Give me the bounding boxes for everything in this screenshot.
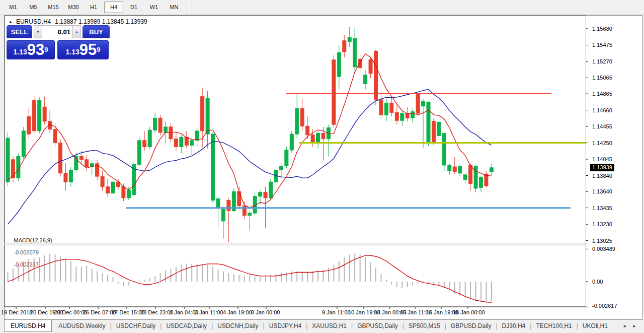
tab-audusd-weekly-1[interactable]: AUDUSD,Weekly [54, 320, 110, 332]
buy-price-sup: 9 [97, 41, 100, 59]
time-axis-label: 28 Dec 23:00 [140, 309, 173, 315]
toolbar-separator [188, 2, 189, 13]
tab-gbpusd-daily-7[interactable]: GBPUSD,Daily [353, 320, 403, 332]
time-axis-label: 18 Jan 00:00 [453, 309, 485, 315]
timeframe-button-m5[interactable]: M5 [24, 2, 43, 13]
price-tick-label: 1.14045 [592, 156, 612, 162]
time-axis[interactable]: 19 Dec 201820 Dec 19:0022 Dec 00:0026 De… [5, 308, 586, 318]
price-axis[interactable]: 1.156801.154751.152701.150651.148651.146… [588, 16, 641, 318]
macd-axis-label: -0.002617 [592, 303, 617, 309]
volume-up-button[interactable]: ▲ [72, 25, 81, 38]
timeframe-button-m1[interactable]: M1 [4, 2, 23, 13]
chart-window: ▲ EURUSD,H4 1.13887 1.13989 1.13845 1.13… [4, 15, 642, 320]
sell-price-small: 1.13 [14, 46, 27, 57]
sell-price-sup: 9 [44, 41, 48, 59]
timeframe-toolbar: M1M5M15M30H1H4D1W1MN [0, 0, 644, 15]
timeframe-button-h1[interactable]: H1 [84, 2, 103, 13]
price-tick-label: 1.15680 [592, 26, 612, 32]
tab-sp500-m15-8[interactable]: SP500,M15 [404, 320, 445, 332]
sell-price-big: 93 [27, 42, 44, 57]
tab-scroll-nav: ◄► [619, 320, 639, 332]
tab-scroll-right-button[interactable]: ► [629, 324, 639, 328]
volume-input[interactable]: 0.01 [42, 25, 72, 38]
price-tick-label: 1.13230 [592, 221, 612, 227]
one-click-collapse-icon[interactable]: ▲ [9, 20, 13, 24]
macd-axis-label: 0.003489 [592, 246, 615, 252]
tab-ukoil-h1-12[interactable]: UKOil,H1 [578, 320, 612, 332]
buy-price-big: 95 [79, 42, 97, 57]
tab-usdcad-daily-3[interactable]: USDCAD,Daily [162, 320, 211, 332]
chart-canvas[interactable] [5, 16, 642, 319]
time-axis-label: 4 Jan 19:00 [223, 309, 252, 315]
sell-price-panel[interactable]: 1.13939 [7, 40, 55, 59]
tab-usdcnh-daily-4[interactable]: USDCNH,Daily [213, 320, 263, 332]
price-tick-label: 1.13435 [592, 205, 612, 211]
buy-price-panel[interactable]: 1.13959 [57, 40, 109, 59]
timeframe-button-d1[interactable]: D1 [124, 2, 143, 13]
price-tick-label: 1.14660 [592, 107, 612, 113]
macd-name: MACD(12,26,9) [14, 237, 52, 243]
timeframe-button-m30[interactable]: M30 [64, 2, 83, 13]
timeframe-button-h4[interactable]: H4 [104, 2, 123, 13]
macd-value-signal: -0.002237 [14, 261, 39, 268]
tab-xauusd-h1-6[interactable]: XAUUSD,H1 [307, 320, 351, 332]
price-tick-label: 1.13025 [592, 238, 612, 244]
timeframe-button-mn[interactable]: MN [165, 2, 184, 13]
time-axis-label: 8 Jan 00:00 [251, 309, 280, 315]
tab-eurusd-h4[interactable]: EURUSD,H4 [4, 320, 52, 332]
time-axis-label: 3 Jan 11:00 [195, 309, 223, 315]
tab-gbpusd-daily-9[interactable]: GBPUSD,Daily [446, 320, 496, 332]
tab-dj30-h4-10[interactable]: DJ30,H4 [498, 320, 530, 332]
chart-symbol-period: EURUSD,H4 [16, 18, 51, 25]
macd-indicator-label: MACD(12,26,9) -0.002079 -0.002237 [8, 231, 52, 274]
price-tick-label: 1.13840 [592, 173, 612, 179]
tab-tech100-h1-11[interactable]: TECH100,H1 [531, 320, 576, 332]
buy-button[interactable]: BUY [83, 25, 110, 38]
timeframe-button-m15[interactable]: M15 [44, 2, 63, 13]
macd-axis-label: 0.00 [592, 279, 603, 285]
time-axis-label: 9 Jan 11:00 [322, 309, 351, 315]
timeframe-button-w1[interactable]: W1 [144, 2, 164, 13]
macd-value-main: -0.002079 [14, 249, 39, 255]
current-price-badge: 1.13939 [590, 164, 614, 171]
volume-down-button[interactable]: ▼ [34, 25, 42, 38]
chart-ohlc-values: 1.13887 1.13989 1.13845 1.13939 [55, 18, 147, 25]
buy-price-small: 1.13 [66, 46, 79, 57]
sell-button[interactable]: SELL [7, 25, 32, 38]
price-tick-label: 1.14865 [592, 91, 612, 97]
tab-usdjpy-h4-5[interactable]: USDJPY,H4 [265, 320, 306, 332]
tab-usdchf-daily-2[interactable]: USDCHF,Daily [112, 320, 160, 332]
one-click-trade-widget: SELL ▼ 0.01 ▲ BUY 1.13939 1.13959 [7, 25, 110, 59]
chart-tab-bar: EURUSD,H4AUDUSD,Weekly|USDCHF,Daily|USDC… [4, 320, 644, 332]
price-tick-label: 1.15270 [592, 58, 612, 64]
price-tick-label: 1.14250 [592, 140, 612, 146]
time-axis-label: 22 Dec 00:00 [54, 309, 87, 315]
time-axis-label: 27 Dec 15:00 [112, 309, 144, 315]
time-axis-label: 1 Jan 04:00 [170, 309, 199, 315]
price-tick-label: 1.14455 [592, 123, 612, 129]
price-tick-label: 1.15475 [592, 42, 612, 48]
price-tick-label: 1.13640 [592, 188, 612, 194]
tab-scroll-left-button[interactable]: ◄ [619, 324, 629, 328]
price-tick-label: 1.15065 [592, 75, 612, 81]
time-axis-label: 26 Dec 07:00 [83, 309, 116, 315]
chart-title: ▲ EURUSD,H4 1.13887 1.13989 1.13845 1.13… [9, 18, 147, 25]
time-axis-label: 19 Dec 2018 [1, 309, 32, 315]
